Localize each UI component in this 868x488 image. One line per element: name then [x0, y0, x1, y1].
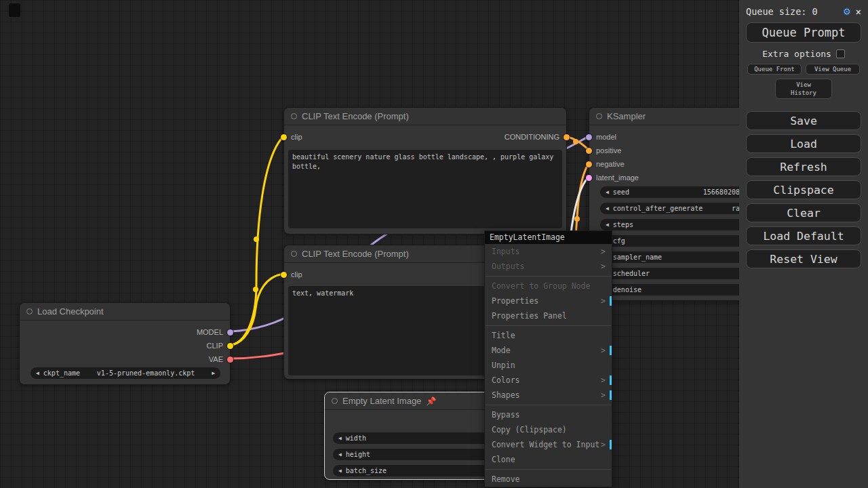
widget-left-arrow-icon[interactable]: ◀	[338, 468, 342, 474]
node-header[interactable]: CLIP Text Encode (Prompt)	[284, 108, 566, 125]
menu-item-properties-panel[interactable]: Properties Panel	[485, 308, 612, 323]
widget-steps[interactable]: ◀ steps	[600, 219, 749, 230]
widget-left-arrow-icon[interactable]: ◀	[338, 451, 342, 458]
widget-scheduler[interactable]: ◀ scheduler	[600, 268, 749, 279]
menu-item-clone[interactable]: Clone	[485, 452, 612, 467]
output-slot-clip[interactable]: CLIP	[207, 341, 233, 350]
node-clip-text-encode-positive[interactable]: CLIP Text Encode (Prompt) clip CONDITION…	[283, 107, 567, 235]
node-load-checkpoint[interactable]: Load Checkpoint MODEL CLIP VAE ◀ ckpt_na…	[19, 302, 231, 385]
node-header[interactable]: Load Checkpoint	[20, 303, 230, 321]
widget-seed[interactable]: ◀ seed 1566802087	[600, 186, 749, 198]
refresh-button[interactable]: Refresh	[746, 157, 861, 176]
slot-dot-icon[interactable]	[586, 161, 592, 167]
clear-button[interactable]: Clear	[746, 203, 861, 222]
menu-item-convert-widget-to-input[interactable]: Convert Widget to Input >	[485, 437, 612, 452]
menu-item-colors[interactable]: Colors >	[485, 373, 612, 388]
widget-label: seed	[613, 188, 629, 196]
slot-dot-icon[interactable]	[281, 272, 287, 278]
menu-separator	[486, 276, 611, 277]
menu-item-convert-to-group-node[interactable]: Convert to Group Node	[485, 279, 612, 293]
submenu-arrow-icon: >	[601, 244, 606, 259]
widget-label: scheduler	[613, 270, 650, 277]
comfy-menu-panel: Queue size: 0 ⚙ ✕ Queue Prompt Extra opt…	[739, 0, 868, 488]
clipspace-button[interactable]: Clipspace	[746, 180, 861, 199]
menu-item-mode[interactable]: Mode >	[485, 343, 612, 358]
save-button[interactable]: Save	[746, 111, 861, 130]
collapse-dot-icon[interactable]	[596, 113, 602, 119]
slot-label: MODEL	[197, 328, 223, 336]
queue-prompt-button[interactable]: Queue Prompt	[746, 22, 861, 43]
close-icon[interactable]: ✕	[856, 6, 861, 17]
menu-item-outputs[interactable]: Outputs >	[485, 259, 612, 274]
node-canvas[interactable]: CLIP Text Encode (Prompt) clip CONDITION…	[0, 0, 868, 488]
slot-dot-icon[interactable]	[564, 134, 570, 140]
menu-item-shapes[interactable]: Shapes >	[485, 388, 612, 403]
link-dot	[573, 139, 578, 144]
slot-label: negative	[596, 160, 625, 168]
submenu-arrow-icon: >	[601, 293, 606, 308]
widget-left-arrow-icon[interactable]: ◀	[606, 189, 609, 195]
collapse-dot-icon[interactable]	[291, 251, 297, 257]
menu-item-label: Inputs	[492, 247, 520, 256]
widget-sampler-name[interactable]: ◀ sampler_name	[600, 251, 749, 263]
reset-view-button[interactable]: Reset View	[746, 249, 861, 268]
widget-left-arrow-icon[interactable]: ◀	[36, 370, 39, 376]
slot-label: CLIP	[207, 342, 223, 350]
slot-label: VAE	[209, 355, 223, 363]
menu-item-properties[interactable]: Properties >	[485, 293, 612, 308]
queue-front-button[interactable]: Queue Front	[747, 64, 802, 75]
menu-separator	[486, 325, 611, 326]
widget-label: sampler_name	[613, 253, 662, 261]
node-title: KSampler	[607, 111, 646, 121]
input-slot-positive[interactable]: positive	[586, 146, 621, 155]
output-slot-conditioning[interactable]: CONDITIONING	[505, 132, 570, 142]
slot-dot-icon[interactable]	[227, 329, 233, 336]
output-slot-model[interactable]: MODEL	[197, 327, 233, 337]
slot-dot-icon[interactable]	[586, 175, 592, 181]
view-history-button[interactable]: View History	[775, 79, 832, 99]
prompt-textarea[interactable]: beautiful scenery nature glass bottle la…	[288, 150, 562, 228]
menu-separator	[486, 469, 611, 470]
input-slot-clip[interactable]: clip	[281, 270, 302, 279]
load-button[interactable]: Load	[746, 134, 861, 153]
input-slot-model[interactable]: model	[586, 132, 616, 142]
menu-item-copy-clipspace[interactable]: Copy (Clipspace)	[485, 422, 612, 437]
context-menu-title: EmptyLatentImage	[485, 231, 612, 244]
slot-dot-icon[interactable]	[586, 134, 592, 140]
input-slot-latent-image[interactable]: latent_image	[586, 173, 639, 182]
slot-dot-icon[interactable]	[586, 148, 592, 154]
load-default-button[interactable]: Load Default	[746, 226, 861, 245]
slot-dot-icon[interactable]	[227, 343, 233, 349]
widget-cfg[interactable]: ◀ cfg	[600, 235, 749, 247]
output-slot-vae[interactable]: VAE	[209, 354, 233, 364]
menu-item-inputs[interactable]: Inputs >	[485, 244, 612, 259]
collapse-dot-icon[interactable]	[332, 398, 338, 404]
widget-left-arrow-icon[interactable]: ◀	[606, 222, 609, 228]
widget-control-after-generate[interactable]: ◀ control_after_generate ran	[600, 203, 749, 214]
widget-left-arrow-icon[interactable]: ◀	[338, 435, 342, 441]
slot-dot-icon[interactable]	[227, 357, 233, 363]
menu-item-label: Shapes	[492, 390, 520, 400]
menu-item-title[interactable]: Title	[485, 328, 612, 343]
menu-item-bypass[interactable]: Bypass	[485, 407, 612, 422]
collapse-dot-icon[interactable]	[291, 113, 297, 119]
widget-left-arrow-icon[interactable]: ◀	[606, 205, 609, 211]
settings-gear-icon[interactable]: ⚙	[844, 5, 850, 18]
context-menu: EmptyLatentImage Inputs > Outputs > Conv…	[484, 230, 612, 487]
menu-item-label: Convert to Group Node	[492, 281, 590, 291]
collapse-dot-icon[interactable]	[26, 308, 33, 314]
slot-label: clip	[291, 270, 302, 279]
view-queue-button[interactable]: View Queue	[806, 64, 860, 75]
input-slot-clip[interactable]: clip	[281, 132, 302, 142]
widget-denoise[interactable]: ◀ denoise	[600, 284, 749, 296]
input-slot-negative[interactable]: negative	[586, 159, 625, 169]
widget-right-arrow-icon[interactable]: ▶	[212, 370, 215, 376]
slot-dot-icon[interactable]	[281, 134, 287, 140]
widget-ckpt-name[interactable]: ◀ ckpt_name v1-5-pruned-emaonly.ckpt ▶	[31, 367, 220, 379]
widget-label: control_after_generate	[613, 205, 703, 212]
extra-options-checkbox[interactable]	[836, 49, 845, 58]
menu-item-unpin[interactable]: Unpin	[485, 358, 612, 373]
submenu-accent-bar	[610, 375, 612, 385]
menu-item-remove[interactable]: Remove	[485, 472, 612, 487]
widget-label: denoise	[613, 286, 642, 293]
